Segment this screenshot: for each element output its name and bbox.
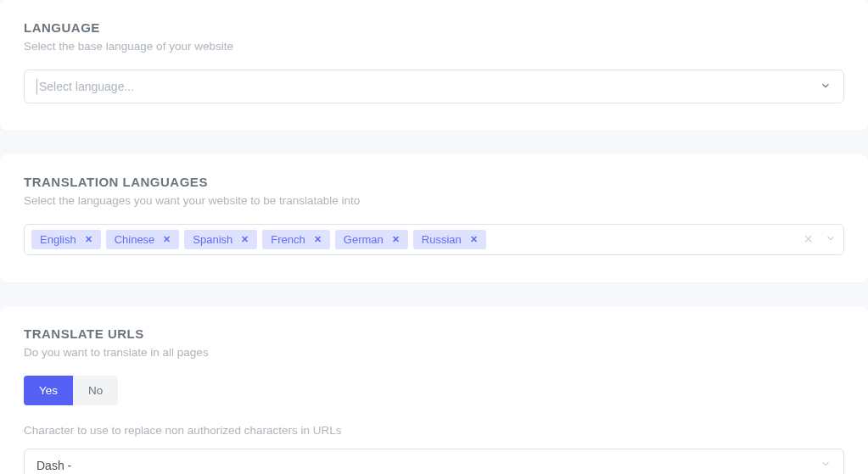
language-title: LANGUAGE — [24, 20, 844, 35]
urls-q2: Character to use to replace non authoriz… — [24, 424, 844, 437]
language-chip: French✕ — [262, 230, 329, 249]
chip-label: English — [40, 233, 76, 246]
translation-title: TRANSLATION LANGUAGES — [24, 175, 844, 189]
language-placeholder: Select language... — [36, 79, 134, 94]
remove-chip-icon[interactable]: ✕ — [470, 234, 478, 245]
toggle-no-button[interactable]: No — [73, 376, 118, 405]
toggle-yes-button[interactable]: Yes — [24, 376, 73, 405]
chip-label: Spanish — [193, 233, 232, 246]
clear-all-icon[interactable]: × — [797, 231, 820, 248]
language-chip: German✕ — [335, 230, 408, 249]
language-select[interactable]: Select language... — [24, 70, 844, 103]
language-desc: Select the base language of your website — [24, 40, 844, 53]
language-card: LANGUAGE Select the base language of you… — [0, 0, 868, 131]
remove-chip-icon[interactable]: ✕ — [314, 234, 322, 245]
urls-title: TRANSLATE URLS — [24, 326, 844, 341]
chip-label: Chinese — [115, 233, 155, 246]
chip-label: German — [344, 233, 384, 246]
translation-multiselect[interactable]: English✕Chinese✕Spanish✕French✕German✕Ru… — [24, 224, 844, 255]
urls-q1: Do you want to translate in all pages — [24, 346, 844, 359]
chevron-down-icon — [820, 80, 832, 94]
language-chip: Chinese✕ — [106, 230, 180, 249]
translate-all-toggle: Yes No — [24, 376, 118, 405]
url-char-value: Dash - — [36, 459, 71, 472]
remove-chip-icon[interactable]: ✕ — [392, 234, 400, 245]
chip-label: French — [271, 233, 305, 246]
urls-card: TRANSLATE URLS Do you want to translate … — [0, 306, 868, 474]
translation-card: TRANSLATION LANGUAGES Select the languag… — [0, 154, 868, 282]
chip-label: Russian — [422, 233, 462, 246]
url-char-select[interactable]: Dash - — [24, 449, 844, 474]
language-chip: Spanish✕ — [184, 230, 257, 249]
language-chip: English✕ — [31, 230, 101, 249]
remove-chip-icon[interactable]: ✕ — [163, 234, 171, 245]
remove-chip-icon[interactable]: ✕ — [241, 234, 249, 245]
translation-desc: Select the languages you want your websi… — [24, 194, 844, 207]
chevron-down-icon — [825, 232, 837, 247]
remove-chip-icon[interactable]: ✕ — [85, 234, 92, 245]
chevron-down-icon — [820, 458, 832, 472]
language-chip: Russian✕ — [413, 230, 486, 249]
